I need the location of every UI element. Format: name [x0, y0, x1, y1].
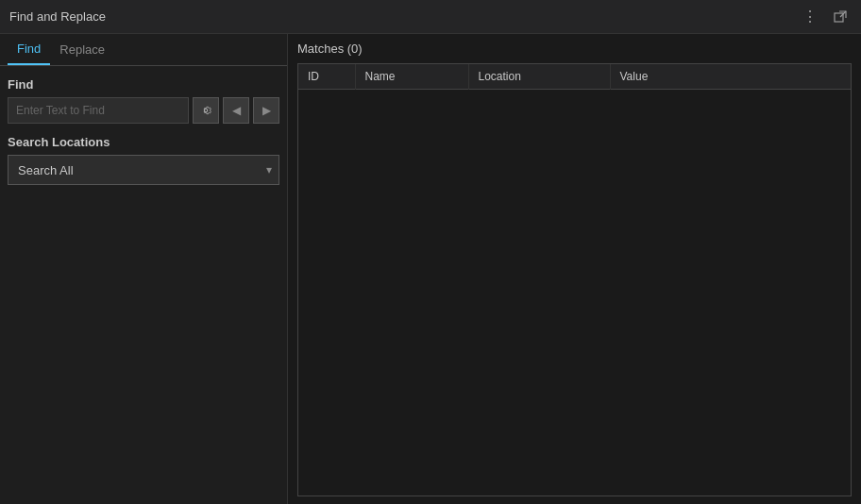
prev-arrow-icon: ◀ — [232, 104, 241, 117]
title-bar-actions: ⋮ — [799, 6, 852, 27]
results-header-row: ID Name Location Value — [298, 64, 851, 90]
col-header-id: ID — [298, 64, 355, 90]
content-area: Find Replace Find — [0, 34, 861, 504]
search-locations-select[interactable]: Search All Current Document All Document… — [8, 155, 279, 185]
settings-button[interactable] — [193, 97, 219, 124]
left-panel: Find Replace Find — [0, 34, 288, 504]
results-table-container: ID Name Location Value — [297, 63, 852, 496]
search-locations-label: Search Locations — [8, 135, 279, 149]
svg-rect-0 — [835, 13, 843, 22]
tab-find[interactable]: Find — [8, 34, 50, 65]
detach-icon — [833, 9, 848, 25]
next-button[interactable]: ▶ — [253, 97, 279, 124]
search-locations-dropdown-wrapper: Search All Current Document All Document… — [8, 155, 279, 185]
results-empty-area — [298, 90, 851, 496]
tab-replace[interactable]: Replace — [50, 34, 114, 65]
results-table-head: ID Name Location Value — [298, 64, 851, 90]
tabs-row: Find Replace — [0, 34, 287, 66]
right-panel: Matches (0) ID Name Location Value — [288, 34, 861, 504]
col-header-location: Location — [468, 64, 610, 90]
window-title: Find and Replace — [9, 9, 106, 24]
next-arrow-icon: ▶ — [262, 104, 271, 117]
search-locations-section: Search Locations Search All Current Docu… — [8, 135, 279, 185]
col-header-value: Value — [610, 64, 851, 90]
title-bar: Find and Replace ⋮ — [0, 0, 861, 34]
find-section: Find ◀ ▶ — [8, 77, 279, 124]
panel-content: Find ◀ ▶ — [0, 66, 287, 196]
prev-button[interactable]: ◀ — [223, 97, 249, 124]
detach-button[interactable] — [829, 8, 852, 26]
find-input[interactable] — [8, 97, 189, 124]
find-replace-window: Find and Replace ⋮ Find Replace — [0, 0, 861, 504]
gear-icon — [199, 104, 212, 117]
results-table: ID Name Location Value — [298, 64, 851, 90]
find-label: Find — [8, 77, 279, 92]
matches-header: Matches (0) — [297, 42, 852, 56]
col-header-name: Name — [355, 64, 468, 90]
find-row: ◀ ▶ — [8, 97, 279, 124]
more-options-button[interactable]: ⋮ — [799, 6, 821, 27]
